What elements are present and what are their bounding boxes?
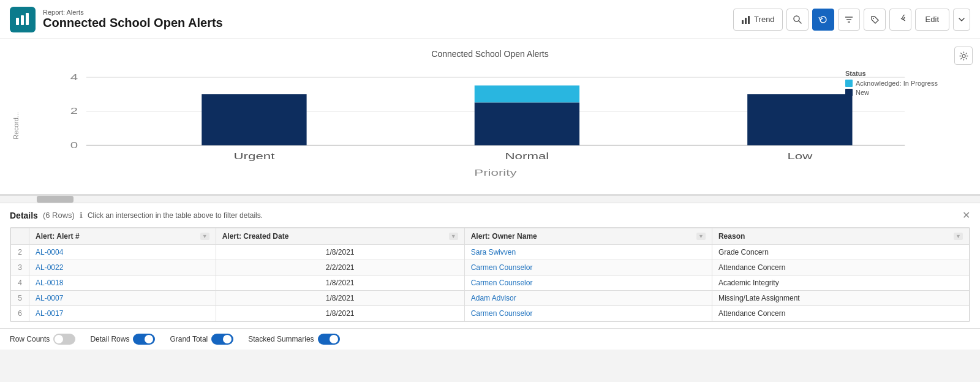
horizontal-scrollbar[interactable] [0, 196, 980, 203]
cell-row-num: 4 [11, 275, 29, 291]
toggle-switch[interactable] [53, 334, 75, 345]
svg-text:Urgent: Urgent [234, 151, 276, 160]
legend-label-new: New [856, 89, 869, 96]
app-icon [10, 7, 36, 32]
toggle-switch[interactable] [318, 334, 340, 345]
cell-alert[interactable]: AL-0017 [29, 306, 216, 321]
toggle-group: Stacked Summaries [248, 334, 339, 345]
cell-date: 1/8/2021 [216, 245, 464, 260]
th-owner-name-label: Alert: Owner Name [471, 232, 537, 241]
info-icon: ℹ [80, 211, 83, 220]
svg-rect-5 [748, 16, 750, 24]
cell-row-num: 3 [11, 260, 29, 275]
legend-item-inprogress: Acknowledged: In Progress [845, 80, 963, 87]
legend-label-inprogress: Acknowledged: In Progress [856, 80, 938, 87]
svg-point-11 [873, 18, 874, 19]
toggle-group: Detail Rows [90, 334, 155, 345]
bar-normal-inprogress[interactable] [475, 86, 579, 103]
cell-date: 1/8/2021 [216, 275, 464, 291]
sort-alert-num[interactable]: ▼ [200, 233, 209, 240]
toggle-switch[interactable] [133, 334, 155, 345]
th-created-date-label: Alert: Created Date [222, 232, 289, 241]
th-reason-label: Reason [718, 232, 745, 241]
th-created-date: Alert: Created Date ▼ [216, 228, 464, 245]
th-reason: Reason ▼ [712, 228, 969, 245]
cell-alert[interactable]: AL-0018 [29, 275, 216, 291]
cell-row-num: 6 [11, 306, 29, 321]
cell-alert[interactable]: AL-0007 [29, 291, 216, 306]
cell-alert[interactable]: AL-0022 [29, 260, 216, 275]
trend-label: Trend [754, 15, 774, 24]
edit-button[interactable]: Edit [915, 9, 949, 31]
th-owner-name: Alert: Owner Name ▼ [464, 228, 712, 245]
toggle-label: Detail Rows [90, 335, 129, 343]
bar-urgent-new[interactable] [202, 94, 306, 145]
table-row: 2 AL-0004 1/8/2021 Sara Swivven Grade Co… [11, 245, 970, 260]
details-header: Details (6 Rows) ℹ Click an intersection… [10, 209, 970, 221]
table-header-row: Alert: Alert # ▼ Alert: Created Date ▼ A… [11, 228, 970, 245]
details-title: Details [10, 211, 38, 220]
details-table: Alert: Alert # ▼ Alert: Created Date ▼ A… [10, 228, 970, 321]
svg-line-7 [799, 21, 801, 23]
header-subtitle: Report: Alerts [43, 9, 223, 16]
bar-normal-new[interactable] [475, 102, 579, 145]
chart-title: Connected School Open Alerts [12, 49, 968, 59]
sort-reason[interactable]: ▼ [954, 233, 963, 240]
details-section: Details (6 Rows) ℹ Click an intersection… [0, 203, 980, 328]
legend-title: Status [845, 70, 963, 77]
details-table-wrapper[interactable]: Alert: Alert # ▼ Alert: Created Date ▼ A… [10, 227, 970, 322]
svg-text:4: 4 [70, 72, 78, 82]
cell-date: 1/8/2021 [216, 291, 464, 306]
table-row: 3 AL-0022 2/2/2021 Carmen Counselor Atte… [11, 260, 970, 275]
svg-rect-4 [745, 18, 747, 24]
refresh-active-button[interactable] [812, 9, 834, 31]
svg-text:2: 2 [70, 106, 78, 116]
details-row-count: (6 Rows) [43, 211, 75, 220]
svg-rect-1 [21, 15, 24, 25]
cell-reason: Attendance Concern [712, 306, 969, 321]
bar-low-new[interactable] [747, 94, 852, 145]
th-row-num [11, 228, 29, 245]
sort-created-date[interactable]: ▼ [449, 233, 458, 240]
table-row: 6 AL-0017 1/8/2021 Carmen Counselor Atte… [11, 306, 970, 321]
details-close-button[interactable]: ✕ [962, 209, 970, 221]
chart-container: Record... 4 2 0 U [12, 64, 968, 188]
details-hint: Click an intersection in the table above… [88, 211, 263, 220]
search-button[interactable] [786, 9, 809, 31]
legend-color-new [845, 89, 853, 96]
dropdown-button[interactable] [953, 9, 970, 31]
redo-button[interactable] [889, 9, 911, 31]
cell-owner[interactable]: Carmen Counselor [464, 275, 712, 291]
cell-row-num: 5 [11, 291, 29, 306]
chart-svg: 4 2 0 Urgent Normal Low Priority [23, 64, 968, 186]
filter-button[interactable] [838, 9, 860, 31]
svg-text:Priority: Priority [474, 168, 517, 178]
svg-rect-2 [26, 13, 29, 25]
details-tbody: 2 AL-0004 1/8/2021 Sara Swivven Grade Co… [11, 245, 970, 321]
chart-inner: 4 2 0 Urgent Normal Low Priority [23, 64, 968, 188]
sort-owner-name[interactable]: ▼ [696, 233, 706, 240]
cell-owner[interactable]: Adam Advisor [464, 291, 712, 306]
trend-button[interactable]: Trend [733, 9, 782, 31]
chart-area: Connected School Open Alerts Record... 4… [0, 39, 980, 196]
page-title: Connected School Open Alerts [43, 16, 223, 30]
cell-reason: Missing/Late Assignment [712, 291, 969, 306]
legend-color-inprogress [845, 80, 853, 87]
svg-text:Normal: Normal [505, 151, 549, 160]
cell-owner[interactable]: Carmen Counselor [464, 260, 712, 275]
tag-button[interactable] [864, 9, 886, 31]
cell-reason: Grade Concern [712, 245, 969, 260]
chart-legend: Status Acknowledged: In Progress New [845, 70, 968, 98]
chart-settings-button[interactable] [954, 47, 973, 65]
toggle-switch[interactable] [211, 334, 233, 345]
cell-reason: Academic Integrity [712, 275, 969, 291]
header-titles: Report: Alerts Connected School Open Ale… [43, 9, 223, 30]
cell-alert[interactable]: AL-0004 [29, 245, 216, 260]
cell-row-num: 2 [11, 245, 29, 260]
th-alert-num-label: Alert: Alert # [36, 232, 80, 241]
svg-text:0: 0 [70, 140, 78, 150]
cell-owner[interactable]: Carmen Counselor [464, 306, 712, 321]
table-row: 5 AL-0007 1/8/2021 Adam Advisor Missing/… [11, 291, 970, 306]
cell-owner[interactable]: Sara Swivven [464, 245, 712, 260]
toggle-label: Stacked Summaries [248, 335, 314, 343]
